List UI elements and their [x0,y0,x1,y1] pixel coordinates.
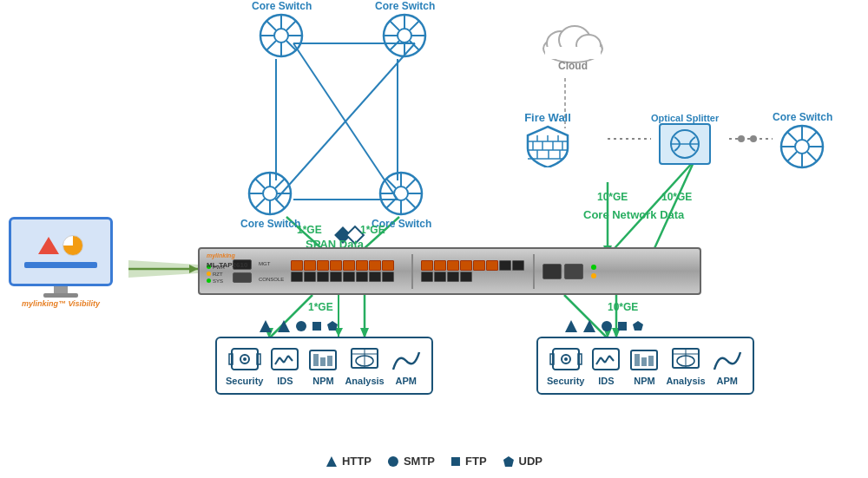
svg-line-124 [288,356,293,361]
svg-line-73 [406,179,416,188]
security-label-right: Security [547,376,584,386]
core-switch-br: Core Switch [372,170,431,230]
legend-smtp: SMTP [387,455,435,468]
svg-point-66 [394,187,408,200]
sfp-port-9 [291,272,303,282]
port-console [233,272,252,283]
monitor-stand [54,286,68,293]
tool-apm-left: APM [390,345,423,386]
sfp-port-14 [356,272,368,282]
sfp-port-15 [369,272,381,282]
sfp-port-8 [382,260,394,271]
port-divider [411,254,413,289]
sfp-port-17 [421,260,433,271]
wheel-icon-right [779,123,826,171]
svg-rect-136 [550,354,554,364]
tool-npm-right: NPM [628,345,661,386]
legend-pentagon-icon [503,455,515,468]
analysis-label-left: Analysis [345,376,384,386]
sfp-port-28 [460,272,472,282]
core-switch-tr: Core Switch [375,0,435,60]
svg-line-51 [390,21,399,30]
security-label-left: Security [226,376,263,386]
legend-circle-icon [387,455,399,468]
svg-marker-30 [128,260,198,278]
shape-tri-left-2 [277,319,291,333]
firewall-label: Fire Wall [524,111,571,124]
npm-icon-left [306,345,339,373]
legend-triangle-icon [326,455,338,468]
apm-label-left: APM [395,376,416,386]
svg-line-104 [787,152,797,161]
shape-square-left [312,321,322,331]
switch-model-label: ML-TAP2610 [207,261,247,269]
svg-rect-120 [272,349,298,370]
legend-http-label: HTTP [342,455,372,468]
svg-point-107 [296,321,306,331]
qsfp-port-1 [542,264,562,279]
monitor-brand-label: mylinking™ Visibility [9,299,113,308]
led-right-2 [591,273,596,278]
core-switch-bl: Core Switch [240,170,300,230]
svg-line-54 [390,41,399,50]
tool-analysis-right: Analysis [666,345,705,386]
pie-shape [62,235,83,256]
svg-line-43 [286,21,296,30]
svg-rect-138 [593,349,619,370]
analysis-icon-left [348,345,381,373]
analysis-label-right: Analysis [666,376,705,386]
led-right-1 [591,265,596,270]
svg-point-56 [263,187,277,200]
sfp-port-12 [330,272,342,282]
tool-npm-left: NPM [306,345,339,386]
sfp-port-26 [434,272,446,282]
legend-smtp-label: SMTP [404,455,435,468]
triangle-shape [38,237,59,254]
ge-1-right-label: 1*GE [360,224,385,236]
svg-point-25 [750,135,757,142]
sfp-port-16 [382,272,394,282]
apm-icon-left [390,345,423,373]
legend-http: HTTP [326,455,372,468]
security-icon-right [549,345,582,373]
ge-1-left-label: 1*GE [297,224,322,236]
ge-1-bottom-label: 1*GE [308,301,333,313]
legend-udp: UDP [503,455,542,468]
monitor-foot [43,293,78,298]
svg-marker-105 [260,320,272,332]
sfp-port-24 [512,260,524,271]
ids-label-right: IDS [598,376,614,386]
svg-rect-144 [635,354,640,366]
security-icon-left [228,345,261,373]
svg-marker-154 [503,456,514,467]
svg-line-41 [266,21,276,30]
legend-square-icon [450,456,461,467]
tool-analysis-left: Analysis [345,345,384,386]
sfp-port-22 [486,260,498,271]
tool-apm-right: APM [711,345,744,386]
svg-rect-146 [648,356,654,366]
shape-circle-right [601,320,613,332]
svg-rect-153 [451,457,460,466]
legend-ftp: FTP [450,455,487,468]
sfp-port-7 [369,260,381,271]
npm-label-left: NPM [312,376,333,386]
legend-ftp-label: FTP [465,455,487,468]
svg-line-141 [605,356,609,363]
svg-line-71 [386,179,396,188]
analysis-icon-right [669,345,702,373]
tool-ids-left: IDS [268,345,301,386]
svg-marker-111 [583,320,595,332]
svg-line-122 [279,357,284,363]
svg-line-44 [266,41,276,50]
legend-row: HTTP SMTP FTP UDP [326,455,542,468]
qsfp-divider [533,254,535,289]
svg-line-63 [275,179,285,188]
ge-10-bottom-label: 10*GE [608,301,638,313]
led-rzt [207,272,211,276]
splitter-box [659,123,711,165]
optical-splitter-label: Optical Splitter [651,113,719,123]
splitter-icon [667,128,702,160]
svg-line-123 [284,356,288,363]
ids-icon-left [268,345,301,373]
